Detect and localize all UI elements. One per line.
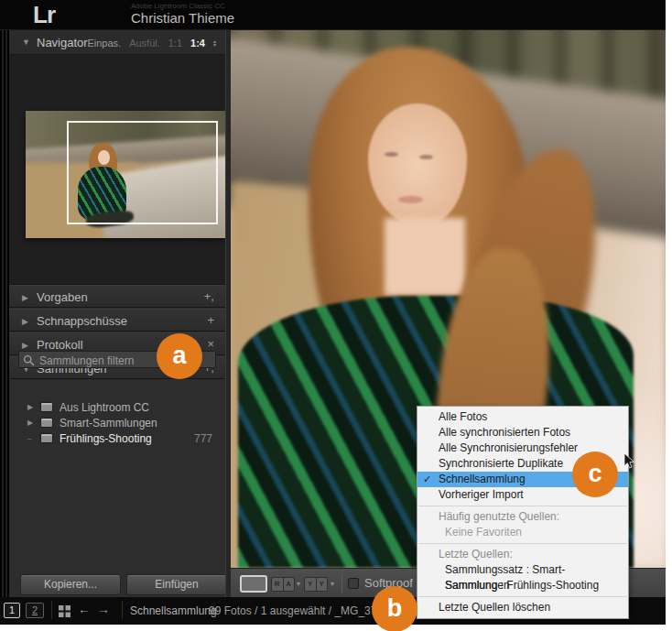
- menu-item-label: Vorheriger Import: [439, 488, 524, 501]
- menu-item-label: Sammlung : Frühlings-Shooting: [445, 579, 599, 592]
- menu-item-label: Schnellsammlung: [439, 473, 526, 485]
- menu-header-haeufig-genutzte-quellen: Häufig genutzte Quellen:: [417, 509, 628, 525]
- filmstrip-source-selector[interactable]: Schnellsammlung: [130, 604, 217, 617]
- search-icon: [23, 354, 35, 366]
- zoom-1-1-option[interactable]: 1:1: [168, 38, 182, 49]
- model-lips-art: [398, 196, 423, 203]
- collection-set-row[interactable]: ▶ Aus Lightroom CC: [9, 400, 225, 415]
- app-title: Adobe Lightroom Classic CC: [131, 2, 225, 10]
- menu-header-label: Letzte Quellen:: [439, 548, 513, 560]
- collapse-triangle-icon[interactable]: ▼: [22, 38, 30, 47]
- grid-view-icon[interactable]: [58, 604, 71, 618]
- menu-item-sammlung-fruehlings-shooting[interactable]: Sammlung : Frühlings-Shooting: [417, 578, 628, 593]
- identity-user-name: Christian Thieme: [131, 10, 234, 26]
- zoom-ratio-option[interactable]: 1:4: [190, 38, 205, 49]
- compare-right-glyph: A: [283, 578, 295, 591]
- collection-label[interactable]: Smart-Sammlungen: [60, 417, 157, 430]
- menu-item-alle-fotos[interactable]: Alle Fotos: [417, 409, 628, 425]
- zoom-ratio-stepper[interactable]: ▴ ▾: [213, 39, 216, 47]
- collection-set-row[interactable]: ▶ Smart-Sammlungen: [9, 416, 225, 430]
- panel-label: Protokoll: [37, 338, 83, 352]
- model-eye-art: [419, 155, 433, 159]
- previous-photo-arrow-icon[interactable]: ←: [78, 602, 91, 616]
- menu-separator: [418, 543, 627, 544]
- lightroom-logo: Lr: [33, 1, 55, 29]
- chevron-down-icon[interactable]: ▾: [297, 580, 300, 588]
- menu-item-label: Alle Fotos: [439, 410, 487, 423]
- main-window-button[interactable]: 1: [4, 603, 20, 618]
- filmstrip-divider: [122, 601, 123, 619]
- menu-item-label: Keine Favoriten: [445, 526, 522, 539]
- toolbar-divider: [341, 573, 342, 593]
- menu-item-keine-favoriten: Keine Favoriten: [417, 525, 628, 540]
- lightroom-window: Lr Adobe Lightroom Classic CC Christian …: [0, 0, 666, 625]
- menu-item-alle-synchronisierten-fotos[interactable]: Alle synchronisierten Fotos: [417, 425, 628, 441]
- zoom-fit-option[interactable]: Einpas.: [87, 38, 121, 49]
- collection-row-selected[interactable]: – Frühlings-Shooting 777: [9, 431, 225, 446]
- expand-triangle-icon[interactable]: ▶: [22, 293, 28, 302]
- filmstrip-divider: [51, 601, 52, 619]
- paste-settings-button[interactable]: Einfügen: [126, 574, 227, 595]
- annotation-marker-c: c: [572, 451, 618, 497]
- survey-right-glyph: Y: [316, 578, 328, 591]
- collection-label[interactable]: Aus Lightroom CC: [60, 401, 149, 414]
- panel-label: Schnappschüsse: [37, 314, 127, 328]
- expander-dash-icon: –: [27, 434, 31, 442]
- left-panel-toggle-edge[interactable]: [0, 30, 9, 597]
- panel-header-vorgaben[interactable]: ▶ Vorgaben +,: [9, 285, 225, 308]
- panel-add-button[interactable]: +,: [204, 289, 214, 303]
- zoom-fill-option[interactable]: Ausfül.: [129, 38, 160, 49]
- app-titlebar: Lr Adobe Lightroom Classic CC Christian …: [0, 0, 666, 30]
- source-context-menu: Alle Fotos Alle synchronisierten Fotos A…: [417, 406, 629, 619]
- model-eye-art: [385, 152, 398, 157]
- annotation-marker-a: a: [157, 333, 202, 379]
- softproof-checkbox[interactable]: [348, 578, 359, 589]
- second-window-button[interactable]: 2: [26, 603, 44, 618]
- collection-label[interactable]: Frühlings-Shooting: [60, 432, 152, 445]
- expander-triangle-icon[interactable]: ▶: [27, 419, 33, 427]
- collections-filter-placeholder: Sammlungen filtern: [39, 354, 134, 367]
- next-photo-arrow-icon[interactable]: →: [97, 602, 110, 616]
- mouse-cursor: [623, 452, 635, 470]
- checkmark-icon: ✓: [423, 472, 436, 487]
- menu-header-letzte-quellen: Letzte Quellen:: [417, 547, 628, 562]
- menu-item-letzte-quellen-loeschen[interactable]: Letzte Quellen löschen: [417, 600, 628, 615]
- navigator-panel-header[interactable]: ▼ Navigator Einpas. Ausfül. 1:1 1:4 ▴ ▾: [9, 30, 225, 55]
- panel-clear-button[interactable]: ×: [207, 337, 214, 351]
- survey-left-glyph: Y: [305, 578, 316, 591]
- compare-view-icon[interactable]: R A: [271, 577, 295, 592]
- menu-separator: [418, 506, 627, 506]
- navigator-preview-well: [9, 55, 225, 285]
- loupe-view-icon[interactable]: [240, 575, 267, 593]
- collection-count: 777: [194, 432, 212, 445]
- panel-label: Vorgaben: [37, 290, 88, 304]
- survey-view-icon[interactable]: Y Y: [304, 577, 328, 592]
- expand-triangle-icon[interactable]: ▶: [22, 341, 28, 350]
- menu-separator: [418, 596, 627, 597]
- navigator-zoom-rectangle[interactable]: [67, 121, 218, 224]
- menu-item-label: Alle synchronisierten Fotos: [439, 426, 570, 439]
- left-panel-group: ▼ Navigator Einpas. Ausfül. 1:1 1:4 ▴ ▾: [9, 30, 231, 597]
- menu-item-label: Synchronisierte Duplikate: [439, 457, 563, 470]
- annotation-marker-b: b: [372, 586, 417, 631]
- navigator-title: Navigator: [37, 36, 88, 49]
- screenshot-page: Lr Adobe Lightroom Classic CC Christian …: [0, 0, 672, 631]
- model-neck-art: [385, 218, 465, 296]
- stepper-down-icon[interactable]: ▾: [213, 43, 216, 47]
- compare-left-glyph: R: [272, 578, 283, 591]
- panel-add-button[interactable]: +: [207, 313, 214, 327]
- menu-item-label: Letzte Quellen löschen: [439, 601, 550, 614]
- expand-triangle-icon[interactable]: ▶: [22, 317, 28, 326]
- expander-triangle-icon[interactable]: ▶: [27, 403, 33, 411]
- menu-item-label: Alle Synchronisierungsfehler: [439, 441, 578, 454]
- navigator-zoom-options: Einpas. Ausfül. 1:1 1:4 ▴ ▾: [87, 38, 216, 49]
- collection-icon: [40, 433, 53, 443]
- panel-header-schnappschuesse[interactable]: ▶ Schnappschüsse +: [9, 309, 225, 332]
- menu-header-label: Häufig genutzte Quellen:: [439, 510, 559, 523]
- chevron-down-icon[interactable]: ▾: [331, 580, 334, 588]
- copy-settings-button[interactable]: Kopieren...: [20, 574, 121, 595]
- navigator-thumbnail[interactable]: [26, 111, 225, 238]
- menu-item-sammlungssatz-smart-sammlungen[interactable]: Sammlungssatz : Smart-Sammlungen: [417, 562, 628, 578]
- collection-set-icon: [40, 402, 53, 412]
- collection-set-icon: [40, 418, 53, 428]
